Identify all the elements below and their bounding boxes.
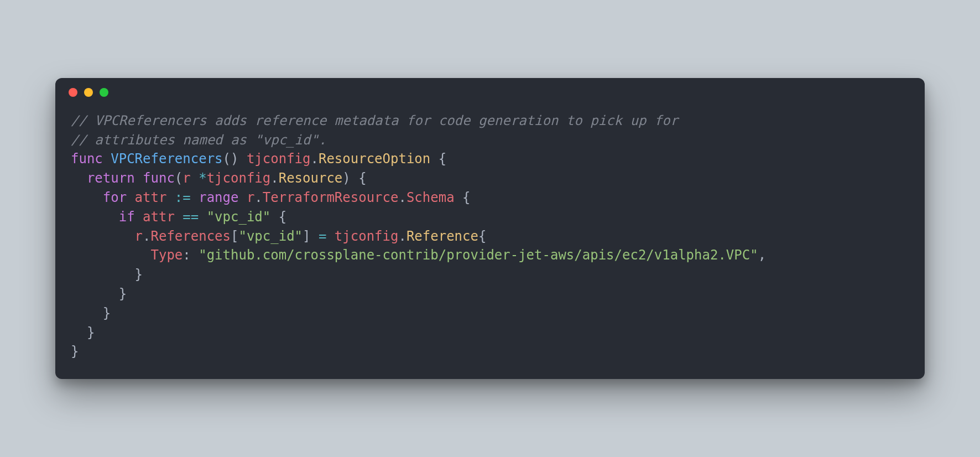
tok-punct: [ [231, 228, 238, 244]
code-window: // VPCReferencers adds reference metadat… [55, 78, 925, 379]
tok-type: Resource [279, 170, 343, 186]
tok-pkg: tjconfig [335, 228, 399, 244]
tok-keyword: if [119, 209, 135, 225]
tok-punct: ] [303, 228, 310, 244]
tok-var: attr [143, 209, 175, 225]
tok-op: = [311, 228, 335, 244]
tok-punct: } [103, 305, 111, 321]
tok-punct: . [311, 151, 319, 167]
stage: // VPCReferencers adds reference metadat… [0, 0, 980, 457]
tok-func-name: VPCReferencers [111, 151, 222, 167]
tok-param: r [183, 170, 190, 186]
tok-string: "vpc_id" [238, 228, 303, 244]
tok-punct: () [223, 151, 239, 167]
tok-keyword: return [87, 170, 135, 186]
tok-punct: { [270, 209, 286, 225]
window-zoom-icon[interactable] [100, 88, 108, 97]
tok-punct: ) { [342, 170, 366, 186]
tok-punct: } [135, 267, 143, 282]
tok-punct: } [71, 344, 79, 359]
tok-punct: . [398, 190, 406, 205]
tok-keyword: func [71, 151, 103, 167]
tok-keyword: for [103, 190, 127, 205]
tok-keyword: func [143, 170, 175, 186]
tok-punct: ( [175, 170, 183, 186]
code-comment: // VPCReferencers adds reference metadat… [71, 113, 678, 128]
tok-string: "vpc_id" [207, 209, 271, 225]
window-titlebar [55, 78, 925, 107]
tok-string: "github.com/crossplane-contrib/provider-… [199, 247, 758, 263]
tok-punct: { [478, 228, 486, 244]
code-block: // VPCReferencers adds reference metadat… [55, 107, 925, 379]
tok-field-key: Type [151, 247, 183, 263]
code-comment: // attributes named as "vpc_id". [71, 132, 326, 148]
tok-punct: , [758, 247, 766, 263]
tok-var: r [247, 190, 254, 205]
tok-type: ResourceOption [319, 151, 430, 167]
tok-field: References [151, 228, 231, 244]
tok-punct: . [270, 170, 278, 186]
tok-op: * [199, 170, 206, 186]
tok-keyword: range [199, 190, 238, 205]
tok-punct: { [430, 151, 446, 167]
tok-punct: . [254, 190, 262, 205]
tok-op: := [166, 190, 199, 205]
window-minimize-icon[interactable] [84, 88, 93, 97]
tok-punct: . [143, 228, 150, 244]
tok-punct: } [87, 325, 95, 340]
tok-field: TerraformResource [263, 190, 399, 205]
tok-pkg: tjconfig [247, 151, 311, 167]
tok-punct: : [183, 247, 199, 263]
tok-punct: } [119, 286, 127, 302]
tok-op: == [175, 209, 207, 225]
window-close-icon[interactable] [69, 88, 77, 97]
tok-punct: { [455, 190, 471, 205]
tok-field: Schema [406, 190, 455, 205]
tok-var: r [135, 228, 143, 244]
tok-var: attr [135, 190, 167, 205]
tok-pkg: tjconfig [207, 170, 271, 186]
tok-type: Reference [406, 228, 478, 244]
tok-punct: . [398, 228, 406, 244]
